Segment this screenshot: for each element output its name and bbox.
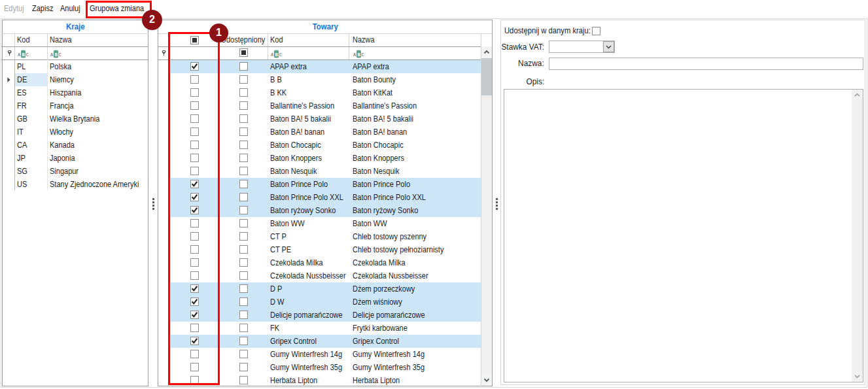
svg-text:A: A (18, 52, 21, 58)
svg-text:A: A (271, 52, 274, 58)
svg-text:A: A (353, 52, 356, 58)
svg-text:A: A (50, 52, 54, 58)
svg-text:B: B (22, 52, 25, 58)
svg-text:C: C (59, 52, 61, 58)
svg-text:B: B (54, 52, 58, 58)
svg-text:B: B (275, 52, 278, 58)
svg-text:C: C (362, 52, 364, 58)
svg-text:C: C (279, 52, 282, 58)
svg-text:B: B (357, 52, 360, 58)
svg-text:C: C (26, 52, 29, 58)
